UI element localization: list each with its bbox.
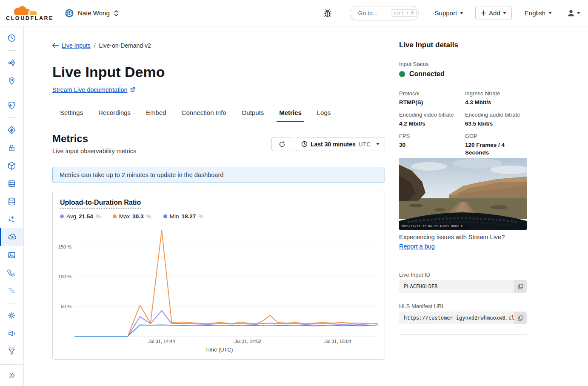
tab-settings[interactable]: Settings xyxy=(52,106,91,122)
breadcrumb-separator: / xyxy=(94,42,96,49)
sidebar-item-notifications[interactable] xyxy=(0,324,23,342)
x-axis-title: Time (UTC) xyxy=(53,347,385,353)
workers-cube-icon xyxy=(7,161,17,171)
copy-hls-url-button[interactable] xyxy=(514,312,527,324)
tab-logs[interactable]: Logs xyxy=(309,106,339,122)
database-icon xyxy=(7,197,17,206)
svg-text:Jul 31, 14:52: Jul 31, 14:52 xyxy=(234,339,261,344)
user-menu[interactable] xyxy=(566,9,580,18)
product-sidebar xyxy=(0,26,24,386)
logs-bars-icon xyxy=(7,286,17,296)
sidebar-item-ssl[interactable] xyxy=(0,139,23,157)
metrics-heading: Metrics xyxy=(52,133,88,145)
tab-outputs[interactable]: Outputs xyxy=(234,106,272,122)
thumbnail-timestamp: 2021/10/20 17:04:29 AUKEY DR02 F xyxy=(401,225,462,228)
cloudflare-logo[interactable]: CLOUDFLARE xyxy=(6,5,54,21)
svg-text:Jul 31, 15:04: Jul 31, 15:04 xyxy=(324,339,351,344)
details-heading: Live Input details xyxy=(399,41,458,49)
sidebar-item-storage[interactable] xyxy=(0,174,23,192)
detail-ingress-bitrate: Ingress bitrate 4.3 Mbit/s xyxy=(465,90,527,106)
gear-icon xyxy=(7,311,17,320)
refresh-button[interactable] xyxy=(271,137,292,151)
add-button[interactable]: Add xyxy=(475,6,512,20)
calls-phone-icon xyxy=(7,268,17,278)
upload-ratio-line-chart: 50 %100 %150 %Jul 31, 14:44Jul 31, 14:52… xyxy=(56,225,382,349)
sidebar-item-speed[interactable] xyxy=(0,121,23,139)
legend-min-value: 18.27 xyxy=(181,213,196,220)
upload-ratio-chart-card: Upload-to-Duration Ratio Avg 21.54 % Max… xyxy=(52,191,385,360)
chart-legend: Avg 21.54 % Max 30.3 % Min 18.27 % xyxy=(60,213,203,220)
tab-connection-info[interactable]: Connection Info xyxy=(174,106,234,122)
debug-bug-button[interactable] xyxy=(323,8,333,19)
sidebar-item-security[interactable] xyxy=(0,96,23,114)
sidebar-item-history[interactable] xyxy=(0,29,23,47)
plus-icon xyxy=(481,10,486,16)
sidebar-item-filter[interactable] xyxy=(0,342,23,360)
clock-icon xyxy=(301,141,308,147)
legend-avg-value: 21.54 xyxy=(79,213,93,220)
hls-url-label: HLS Manifest URL xyxy=(399,303,445,309)
sidebar-item-ai[interactable] xyxy=(0,210,23,228)
storage-rack-icon xyxy=(7,179,17,189)
location-pin-icon xyxy=(7,76,17,86)
ai-sparkles-icon xyxy=(7,214,17,224)
external-link-icon xyxy=(130,87,135,92)
sidebar-item-calls[interactable] xyxy=(0,264,23,282)
chart-title: Upload-to-Duration Ratio xyxy=(60,199,141,209)
sidebar-item-workers[interactable] xyxy=(0,157,23,174)
copy-icon xyxy=(518,284,523,289)
metrics-info-banner: Metrics can take up to 2 minutes to upda… xyxy=(52,167,385,183)
cloudflare-cloud-icon xyxy=(6,5,43,16)
sidebar-item-traffic[interactable] xyxy=(0,54,23,71)
images-icon xyxy=(7,250,17,260)
legend-avg-label: Avg xyxy=(66,213,76,220)
hls-url-field: https://customer-igynxd2rwhmuoxw8.cloudf xyxy=(399,312,527,324)
status-badge: Connected xyxy=(409,70,445,78)
account-switch-chevrons-icon xyxy=(114,9,119,17)
chevron-down-icon xyxy=(460,12,463,14)
copy-input-id-button[interactable] xyxy=(514,280,527,293)
time-zone-value: UTC xyxy=(359,141,371,148)
account-name: Nate Wong xyxy=(78,9,110,17)
tab-bar: Settings Recordings Embed Connection Inf… xyxy=(52,106,385,122)
legend-min: Min 18.27 % xyxy=(163,213,204,220)
tab-recordings[interactable]: Recordings xyxy=(91,106,138,122)
sidebar-item-location[interactable] xyxy=(0,71,23,89)
input-id-label: Live Input ID xyxy=(399,272,430,278)
detail-gop: GOP 120 Frames / 4 Seconds xyxy=(465,133,527,156)
megaphone-icon xyxy=(7,329,17,338)
add-label: Add xyxy=(489,9,500,17)
breadcrumb-back-label: Live Inputs xyxy=(62,42,91,49)
legend-max-dot xyxy=(113,214,117,218)
traffic-icon xyxy=(7,58,17,68)
time-range-dropdown[interactable]: Last 30 minutes UTC xyxy=(296,137,385,151)
status-dot xyxy=(399,71,405,77)
sidebar-item-images[interactable] xyxy=(0,246,23,264)
search-input[interactable] xyxy=(358,10,388,17)
legend-avg-dot xyxy=(60,214,64,218)
video-thumbnail: 2021/10/20 17:04:29 AUKEY DR02 F xyxy=(399,158,527,230)
stream-docs-link[interactable]: Stream Live documentation xyxy=(52,86,135,93)
sidebar-item-database[interactable] xyxy=(0,192,23,210)
user-icon xyxy=(566,9,576,18)
legend-max: Max 30.3 % xyxy=(113,213,151,220)
report-bug-link[interactable]: Report a bug xyxy=(399,243,435,250)
sidebar-item-logs[interactable] xyxy=(0,282,23,300)
language-menu[interactable]: English xyxy=(525,9,552,17)
language-label: English xyxy=(525,9,545,17)
account-switcher[interactable]: Nate Wong xyxy=(65,9,119,18)
sidebar-item-stream[interactable] xyxy=(0,228,23,246)
support-menu[interactable]: Support xyxy=(435,9,464,17)
detail-audio-bitrate: Encoding audio bitrate 63.5 kbit/s xyxy=(465,112,527,127)
sidebar-expand-button[interactable] xyxy=(0,365,23,386)
breadcrumb-back-link[interactable]: Live Inputs xyxy=(52,42,91,49)
metrics-subheading: Live input observability metrics xyxy=(52,148,136,154)
sidebar-item-settings[interactable] xyxy=(0,306,23,324)
funnel-icon xyxy=(7,346,17,356)
cloudflare-dashboard: CLOUDFLARE Nate Wong xyxy=(0,0,588,386)
global-search[interactable]: ctrl + K xyxy=(350,6,419,20)
tab-metrics[interactable]: Metrics xyxy=(271,106,309,122)
tab-embed[interactable]: Embed xyxy=(138,106,174,122)
legend-avg-unit: % xyxy=(96,213,101,220)
shield-icon xyxy=(7,100,17,110)
